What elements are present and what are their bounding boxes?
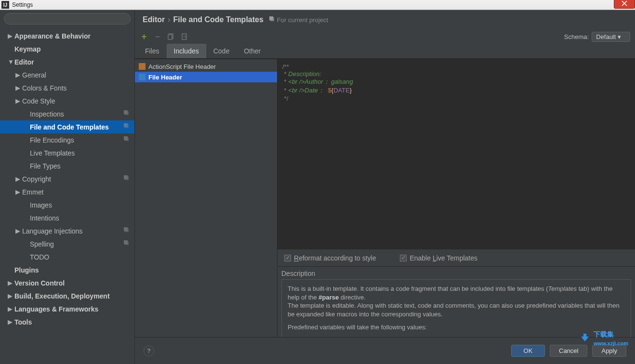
tree-item-label: General: [22, 71, 46, 79]
template-item-label: ActionScript File Header: [148, 63, 216, 70]
tree-item-label: Inspections: [30, 110, 64, 118]
tree-item[interactable]: File Types: [0, 159, 134, 172]
chevron-icon: ▶: [15, 71, 22, 78]
tree-item-label: Code Style: [22, 97, 55, 105]
window-titlebar: IJ Settings: [0, 0, 635, 10]
tab-code[interactable]: Code: [206, 44, 237, 58]
svg-rect-5: [124, 123, 128, 127]
tree-item-label: Appearance & Behavior: [14, 32, 91, 40]
chevron-icon: ▶: [8, 32, 14, 39]
tree-item[interactable]: Plugins: [0, 263, 134, 276]
tree-item-label: File Types: [30, 162, 61, 170]
tree-item-label: TODO: [30, 253, 49, 261]
checkbox-icon: [400, 255, 407, 261]
chevron-icon: ▶: [8, 292, 14, 299]
svg-rect-15: [269, 16, 273, 20]
dialog-footer: ? OK Cancel Apply: [135, 337, 635, 364]
svg-rect-18: [182, 34, 186, 39]
template-editor[interactable]: /** * Description: * <br />Author： galsa…: [278, 59, 635, 249]
scope-badge-icon: [124, 136, 130, 143]
apply-button[interactable]: Apply: [592, 345, 626, 357]
tree-item-label: Keymap: [14, 45, 40, 53]
tab-includes[interactable]: Includes: [167, 44, 206, 58]
chevron-icon: ▶: [8, 318, 14, 325]
tree-item-label: Languages & Frameworks: [14, 305, 98, 313]
tree-item[interactable]: ▼Editor: [0, 55, 134, 68]
reformat-checkbox[interactable]: Reformat according to style: [284, 254, 376, 262]
tab-other[interactable]: Other: [237, 44, 268, 58]
chevron-icon: ▶: [15, 227, 22, 234]
tree-item-label: Spelling: [30, 240, 54, 248]
template-list: ActionScript File HeaderFile Header: [135, 59, 278, 364]
settings-content: Editor › File and Code Templates For cur…: [135, 10, 635, 364]
breadcrumb: Editor › File and Code Templates For cur…: [135, 10, 635, 29]
tree-item[interactable]: TODO: [0, 250, 134, 263]
refresh-template-icon[interactable]: [180, 32, 189, 41]
copy-template-icon[interactable]: [167, 32, 175, 41]
window-close-button[interactable]: [614, 0, 635, 9]
ok-button[interactable]: OK: [511, 345, 545, 357]
tree-item-label: Language Injections: [22, 227, 82, 235]
tree-item[interactable]: ▶Colors & Fonts: [0, 81, 134, 94]
tree-item[interactable]: ▶Languages & Frameworks: [0, 302, 134, 315]
tree-item[interactable]: ▶Build, Execution, Deployment: [0, 289, 134, 302]
settings-sidebar: ▶Appearance & BehaviorKeymap▼Editor▶Gene…: [0, 10, 135, 364]
scope-badge-icon: [124, 123, 130, 130]
template-item[interactable]: File Header: [135, 72, 277, 82]
chevron-icon: ▶: [8, 305, 14, 312]
svg-rect-7: [124, 136, 128, 140]
settings-tree: ▶Appearance & BehaviorKeymap▼Editor▶Gene…: [0, 27, 134, 364]
cancel-button[interactable]: Cancel: [550, 345, 587, 357]
schema-label: Schema:: [564, 33, 589, 40]
tab-files[interactable]: Files: [138, 44, 167, 58]
breadcrumb-seg-1: Editor: [143, 15, 165, 24]
schema-dropdown[interactable]: Default ▾: [592, 32, 630, 42]
tree-item[interactable]: ▶Emmet: [0, 185, 134, 198]
tree-item[interactable]: Spelling: [0, 237, 134, 250]
checkbox-icon: [284, 255, 291, 261]
tree-item-label: Live Templates: [30, 149, 75, 157]
file-icon: [139, 74, 146, 80]
tree-item[interactable]: ▶General: [0, 68, 134, 81]
tree-item[interactable]: File Encodings: [0, 133, 134, 146]
tree-item-label: Build, Execution, Deployment: [14, 292, 110, 300]
chevron-icon: ▶: [15, 97, 22, 104]
tree-item-label: Version Control: [14, 279, 65, 287]
breadcrumb-seg-2: File and Code Templates: [173, 15, 264, 24]
svg-rect-3: [124, 110, 128, 114]
svg-rect-17: [168, 35, 172, 39]
chevron-icon: ▶: [15, 84, 22, 91]
enable-live-templates-checkbox[interactable]: Enable Live Templates: [400, 254, 477, 262]
chevron-icon: ▶: [8, 279, 14, 286]
template-item[interactable]: ActionScript File Header: [135, 61, 277, 72]
tree-item[interactable]: ▶Version Control: [0, 276, 134, 289]
tree-item[interactable]: Images: [0, 198, 134, 211]
tree-item[interactable]: Intentions: [0, 211, 134, 224]
tree-item[interactable]: Keymap: [0, 42, 134, 55]
file-icon: [139, 63, 146, 70]
tree-item[interactable]: ▶Language Injections: [0, 224, 134, 237]
remove-template-icon[interactable]: −: [153, 32, 162, 41]
tree-item[interactable]: File and Code Templates: [0, 120, 134, 133]
tree-item[interactable]: ▶Copyright: [0, 172, 134, 185]
scope-badge-icon: [124, 175, 130, 182]
tree-item-label: Tools: [14, 318, 32, 326]
svg-rect-13: [124, 240, 128, 244]
scope-icon: [269, 15, 275, 24]
chevron-icon: ▼: [8, 58, 14, 65]
help-button[interactable]: ?: [144, 346, 154, 356]
tree-item-label: Copyright: [22, 175, 51, 183]
settings-search-input[interactable]: [4, 13, 131, 25]
svg-rect-11: [124, 227, 128, 231]
tree-item[interactable]: ▶Code Style: [0, 94, 134, 107]
tree-item[interactable]: ▶Appearance & Behavior: [0, 29, 134, 42]
tree-item-label: Plugins: [14, 266, 39, 274]
chevron-icon: ▶: [15, 188, 22, 195]
tree-item-label: Emmet: [22, 188, 43, 196]
tree-item[interactable]: Inspections: [0, 107, 134, 120]
svg-rect-9: [124, 175, 128, 179]
tree-item[interactable]: Live Templates: [0, 146, 134, 159]
breadcrumb-scope: For current project: [277, 16, 328, 24]
tree-item[interactable]: ▶Tools: [0, 315, 134, 328]
add-template-icon[interactable]: +: [140, 32, 148, 41]
